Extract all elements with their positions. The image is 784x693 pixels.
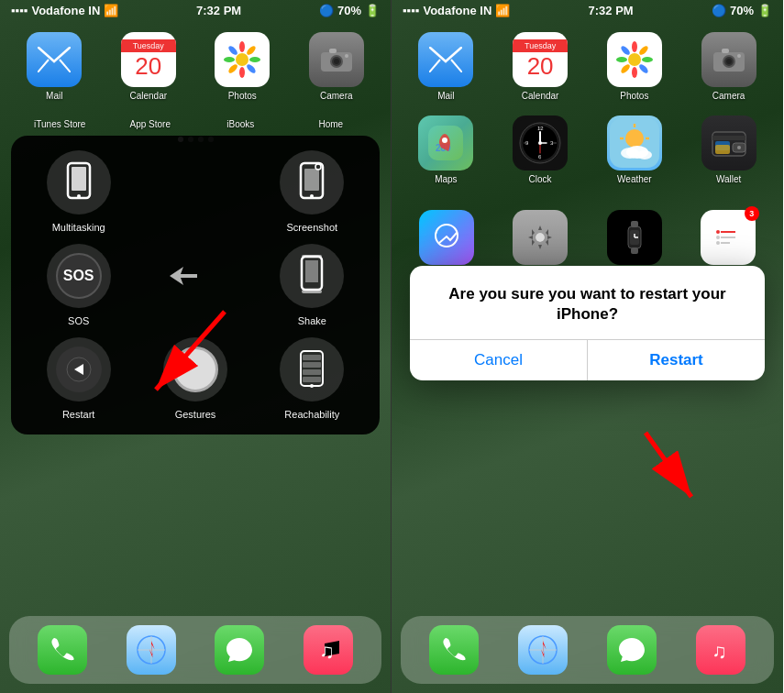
restart-circle-inner	[56, 346, 102, 392]
right-carrier: ▪▪▪▪ Vodafone IN 📶	[403, 4, 510, 17]
assistive-grid: Multitasking Screenshot	[26, 150, 365, 420]
svg-rect-19	[72, 167, 86, 191]
photos-label-left: Photos	[228, 91, 257, 101]
app-camera-left[interactable]: Camera	[297, 32, 377, 101]
svg-marker-43	[143, 641, 160, 657]
svg-point-98	[536, 233, 545, 242]
svg-point-49	[632, 41, 637, 52]
assistive-gestures[interactable]: Gestures	[142, 337, 248, 420]
svg-point-11	[227, 45, 239, 57]
settings-icon-right	[513, 210, 568, 265]
svg-point-4	[239, 41, 245, 52]
svg-rect-23	[304, 169, 319, 191]
messenger-icon-right	[419, 210, 474, 265]
svg-rect-104	[631, 248, 638, 254]
left-battery: 🔵 70% 🔋	[319, 4, 380, 17]
svg-point-6	[249, 57, 260, 62]
svg-point-3	[236, 53, 248, 66]
dock-phone-right[interactable]	[429, 625, 479, 675]
right-time: 7:32 PM	[589, 4, 634, 17]
gestures-circle-inner	[172, 346, 218, 392]
wallet-icon-right	[701, 116, 756, 170]
ibooks-label-left: iBooks	[195, 119, 286, 129]
dialog-cancel-button[interactable]: Cancel	[410, 340, 587, 380]
calendar-label-right: Calendar	[522, 91, 559, 101]
shake-label: Shake	[298, 315, 326, 326]
svg-point-52	[637, 63, 649, 75]
screenshot-icon	[280, 150, 344, 214]
safari-dock-icon-left	[127, 625, 176, 675]
mail-icon-right	[418, 32, 473, 87]
svg-point-17	[345, 54, 348, 58]
assistive-restart[interactable]: Restart	[26, 337, 131, 420]
assistive-reachability[interactable]: Reachability	[259, 337, 365, 420]
mail-label-right: Mail	[437, 91, 454, 101]
music-dock-icon-left: ♫	[304, 625, 353, 675]
sos-icon: SOS	[47, 244, 111, 308]
svg-line-1	[38, 60, 49, 72]
svg-rect-61	[722, 49, 729, 53]
app-camera-right[interactable]: Camera	[689, 32, 768, 101]
shake-icon	[280, 244, 344, 308]
svg-point-56	[620, 45, 632, 57]
svg-point-62	[737, 54, 741, 58]
left-carrier: ▪▪▪▪ Vodafone IN 📶	[11, 4, 118, 17]
assistive-shake[interactable]: Shake	[259, 244, 365, 326]
clock-icon-right: 12 3 6 9	[513, 116, 568, 170]
left-phone-panel: ▪▪▪▪ Vodafone IN 📶 7:32 PM 🔵 70% 🔋 Mail …	[0, 0, 392, 693]
svg-rect-91	[712, 136, 745, 140]
app-mail-right[interactable]: Mail	[406, 32, 486, 101]
dock-music-left[interactable]: ♫	[304, 625, 353, 675]
app-wallet-right[interactable]: Wallet	[689, 116, 768, 184]
svg-point-89	[637, 150, 652, 160]
app-weather-right[interactable]: Weather	[595, 116, 675, 184]
right-dock: ♫	[401, 616, 774, 684]
app-calendar-left[interactable]: Tuesday 20 Calendar	[109, 32, 189, 101]
dialog-restart-button[interactable]: Restart	[588, 340, 765, 380]
photos-icon-right	[607, 32, 662, 87]
clock-label-right: Clock	[529, 174, 552, 184]
app-mail-left[interactable]: Mail	[15, 32, 94, 101]
left-status-bar: ▪▪▪▪ Vodafone IN 📶 7:32 PM 🔵 70% 🔋	[0, 0, 391, 21]
left-top-app-grid: Mail Tuesday 20 Calendar	[0, 21, 391, 112]
photos-icon-left	[215, 32, 270, 87]
dock-music-right[interactable]: ♫	[696, 625, 745, 675]
assistive-screenshot[interactable]: Screenshot	[259, 150, 365, 233]
svg-rect-34	[303, 362, 321, 368]
dock-safari-left[interactable]	[127, 625, 176, 675]
svg-rect-27	[305, 260, 318, 282]
svg-text:12: 12	[537, 126, 544, 131]
music-dock-icon-right: ♫	[696, 625, 745, 675]
dock-messages-right[interactable]	[607, 625, 657, 675]
calendar-label-left: Calendar	[129, 91, 167, 101]
app-maps-right[interactable]: 280 Maps	[406, 116, 486, 184]
assistive-overlay: Multitasking Screenshot	[11, 136, 380, 434]
app-photos-left[interactable]: Photos	[203, 32, 282, 101]
dock-messages-left[interactable]	[215, 625, 264, 675]
svg-point-80	[538, 141, 542, 145]
app-clock-right[interactable]: 12 3 6 9 Clock	[501, 116, 580, 184]
app-calendar-right[interactable]: Tuesday 20 Calendar	[501, 32, 580, 101]
watch-icon-right	[607, 210, 662, 265]
gestures-label: Gestures	[175, 409, 216, 420]
svg-point-5	[246, 45, 258, 57]
dock-safari-right[interactable]	[518, 625, 568, 675]
right-status-bar: ▪▪▪▪ Vodafone IN 📶 7:32 PM 🔵 70% 🔋	[392, 0, 783, 21]
svg-line-2	[60, 60, 71, 72]
assistive-sos[interactable]: SOS SOS	[26, 244, 131, 326]
assistive-multitasking[interactable]: Multitasking	[26, 150, 131, 233]
svg-point-109	[716, 236, 720, 239]
assistive-empty	[142, 150, 248, 233]
svg-point-15	[334, 59, 339, 64]
camera-label-left: Camera	[320, 91, 353, 101]
screenshot-label: Screenshot	[287, 222, 338, 233]
messages-dock-icon-left	[215, 625, 264, 675]
app-photos-right[interactable]: Photos	[595, 32, 675, 101]
svg-point-48	[628, 53, 641, 66]
dock-phone-left[interactable]	[38, 625, 87, 675]
home-label-left: Home	[286, 119, 377, 129]
safari-dock-icon-right	[518, 625, 568, 675]
camera-label-right: Camera	[712, 91, 745, 101]
arrow-indicator-icon	[151, 253, 197, 299]
svg-line-46	[429, 60, 440, 72]
